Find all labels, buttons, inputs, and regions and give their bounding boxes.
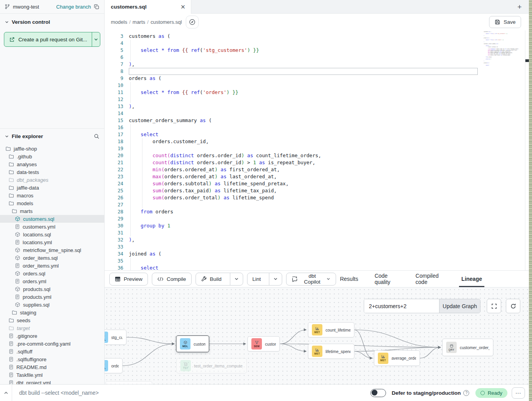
file-tree-item--pre-commit-config-yaml[interactable]: .pre-commit-config.yaml xyxy=(0,340,104,348)
ready-status-badge[interactable]: Ready xyxy=(475,388,507,398)
more-options-button[interactable]: ... xyxy=(512,387,525,399)
code-line[interactable]: count(distinct orders.order_id) > 1 as i… xyxy=(129,159,482,166)
file-tree-item-macros[interactable]: macros xyxy=(0,192,104,199)
file-tree-item-products-yml[interactable]: products.yml xyxy=(0,293,104,301)
lineage-node-partial_node[interactable] xyxy=(105,381,152,384)
refresh-button[interactable] xyxy=(506,299,520,313)
dbt-copilot-button[interactable]: dbt Copilot xyxy=(286,273,336,286)
code-line[interactable] xyxy=(129,40,482,47)
file-tree-item-data-tests[interactable]: data-tests xyxy=(0,168,104,176)
lineage-node-average_order_value[interactable]: METaverage_order_value xyxy=(374,350,420,366)
create-pr-main[interactable]: Create a pull request on Git... xyxy=(4,32,92,46)
build-dropdown[interactable] xyxy=(230,273,243,285)
code-line[interactable]: select xyxy=(129,264,482,270)
code-line[interactable]: orders.customer_id, xyxy=(129,138,482,145)
code-line[interactable]: from orders xyxy=(129,208,482,215)
code-area[interactable]: customers as ( select * from {{ ref('stg… xyxy=(129,30,482,270)
code-line[interactable]: select * from {{ ref('stg_customers') }} xyxy=(129,47,482,54)
code-line[interactable] xyxy=(129,229,482,236)
help-icon[interactable]: ? xyxy=(463,390,469,396)
file-tree-item-dbt-packages[interactable]: dbt_packages xyxy=(0,176,104,184)
lineage-node-count_lifetime_orders[interactable]: METcount_lifetime_orders xyxy=(308,322,354,337)
build-button[interactable]: Build xyxy=(196,273,227,285)
file-tree-item-jaffle-data[interactable]: jaffle-data xyxy=(0,184,104,192)
file-tree-item-orders-yml[interactable]: orders.yml xyxy=(0,277,104,285)
close-tab-icon[interactable]: ✕ xyxy=(180,4,185,10)
lint-dropdown[interactable] xyxy=(269,273,282,285)
file-tree-item-locations-yml[interactable]: locations.yml xyxy=(0,238,104,246)
code-line[interactable]: max(orders.ordered_at) as last_ordered_a… xyxy=(129,173,482,180)
file-explorer-header[interactable]: File explorer xyxy=(0,129,104,142)
code-line[interactable]: customer_orders_summary as ( xyxy=(129,117,482,124)
lineage-node-orders_model[interactable]: MDLorders xyxy=(105,358,123,373)
lint-button[interactable]: Lint xyxy=(247,273,266,285)
file-tree-item-supplies-sql[interactable]: supplies.sql xyxy=(0,301,104,309)
tab-compiled-code[interactable]: Compiled code xyxy=(416,271,445,287)
file-tree-item-analyses[interactable]: analyses xyxy=(0,160,104,168)
defer-toggle[interactable] xyxy=(370,389,386,397)
lineage-node-customers_model[interactable]: MDLcustomers xyxy=(176,335,209,352)
version-control-header[interactable]: Version control xyxy=(0,14,104,29)
file-tree-item-customers-sql[interactable]: customers.sql xyxy=(0,215,104,223)
code-line[interactable]: sum(orders.tax_paid) as lifetime_tax_pai… xyxy=(129,187,482,194)
fullscreen-button[interactable] xyxy=(487,299,501,313)
code-line[interactable] xyxy=(129,201,482,208)
code-line[interactable] xyxy=(129,82,482,89)
code-line[interactable]: ), xyxy=(129,61,482,68)
tab-results[interactable]: Results xyxy=(340,271,358,287)
code-line[interactable]: select xyxy=(129,131,482,138)
save-button[interactable]: Save xyxy=(489,16,521,28)
file-tree-item-jaffle-shop[interactable]: jaffle-shop xyxy=(0,145,104,153)
file-tree-item--github[interactable]: .github xyxy=(0,153,104,160)
file-tree-item-metricflow-time-spine-sql[interactable]: metricflow_time_spine.sql xyxy=(0,246,104,254)
file-tree-item-models[interactable]: models xyxy=(0,199,104,207)
code-line[interactable]: customers as ( xyxy=(129,33,482,40)
file-tree-item-products-sql[interactable]: products.sql xyxy=(0,285,104,293)
file-tree-item--sqlfluff[interactable]: .sqlfluff xyxy=(0,348,104,355)
code-line[interactable]: sum(orders.subtotal) as lifetime_spend_p… xyxy=(129,180,482,187)
lineage-panel[interactable]: Update Graph MDLstg_customersMDLordersMD… xyxy=(105,287,529,384)
file-tree-item-locations-sql[interactable]: locations.sql xyxy=(0,231,104,238)
file-tree-item-order-items-yml[interactable]: order_items.yml xyxy=(0,262,104,270)
create-pr-dropdown[interactable] xyxy=(92,32,100,46)
preview-button[interactable]: Preview xyxy=(109,273,148,286)
code-line[interactable]: ), xyxy=(129,236,482,243)
code-line[interactable] xyxy=(129,110,482,117)
new-tab-button[interactable]: + xyxy=(514,2,525,12)
update-graph-button[interactable]: Update Graph xyxy=(439,299,480,313)
code-line[interactable] xyxy=(129,54,482,61)
code-line[interactable]: count(distinct orders.order_id) as count… xyxy=(129,152,482,159)
file-tree-item-seeds[interactable]: seeds xyxy=(0,316,104,324)
code-line[interactable] xyxy=(129,124,482,131)
code-line[interactable] xyxy=(129,68,482,75)
file-tree-item-customers-yml[interactable]: customers.yml xyxy=(0,223,104,231)
file-tree-item-order-items-sql[interactable]: order_items.sql xyxy=(0,254,104,262)
file-tree-item-orders-sql[interactable]: orders.sql xyxy=(0,270,104,277)
code-line[interactable] xyxy=(129,257,482,264)
code-line[interactable]: ), xyxy=(129,103,482,110)
tab-lineage[interactable]: Lineage xyxy=(461,271,482,287)
tab-customers-sql[interactable]: customers.sql ✕ xyxy=(105,0,191,14)
copy-branch-icon[interactable] xyxy=(94,4,100,10)
lineage-node-customers_semantic[interactable]: SEMcustomers xyxy=(247,336,280,351)
lineage-node-stg_customers[interactable]: MDLstg_customers xyxy=(105,330,126,345)
change-branch-link[interactable]: Change branch xyxy=(56,4,91,10)
create-pr-button[interactable]: Create a pull request on Git... xyxy=(4,32,100,47)
code-line[interactable]: group by 1 xyxy=(129,222,482,229)
code-line[interactable] xyxy=(129,243,482,250)
code-line[interactable] xyxy=(129,96,482,103)
file-tree-item--gitignore[interactable]: .gitignore xyxy=(0,332,104,340)
explore-lineage-button[interactable] xyxy=(186,16,199,28)
code-line[interactable]: min(orders.ordered_at) as first_ordered_… xyxy=(129,166,482,173)
code-line[interactable]: joined as ( xyxy=(129,250,482,257)
file-tree-item-target[interactable]: target xyxy=(0,324,104,332)
file-tree-item-staging[interactable]: staging xyxy=(0,309,104,316)
lineage-node-test_order_items[interactable]: TSTtest_order_items_compute_to_bools... xyxy=(176,358,247,373)
command-input[interactable]: dbt build --select <model_name> xyxy=(19,390,99,396)
lineage-node-customer_order_metrics[interactable]: QRYcustomer_order_metrics xyxy=(442,339,493,356)
file-tree-item--sqlfluffignore[interactable]: .sqlfluffignore xyxy=(0,355,104,363)
file-tree-item-taskfile-yml[interactable]: Taskfile.yml xyxy=(0,371,104,379)
tab-code-quality[interactable]: Code quality xyxy=(375,271,399,287)
search-icon[interactable] xyxy=(94,133,100,139)
minimap[interactable]: customers as ( select * from {{ ref('stg… xyxy=(482,30,525,270)
